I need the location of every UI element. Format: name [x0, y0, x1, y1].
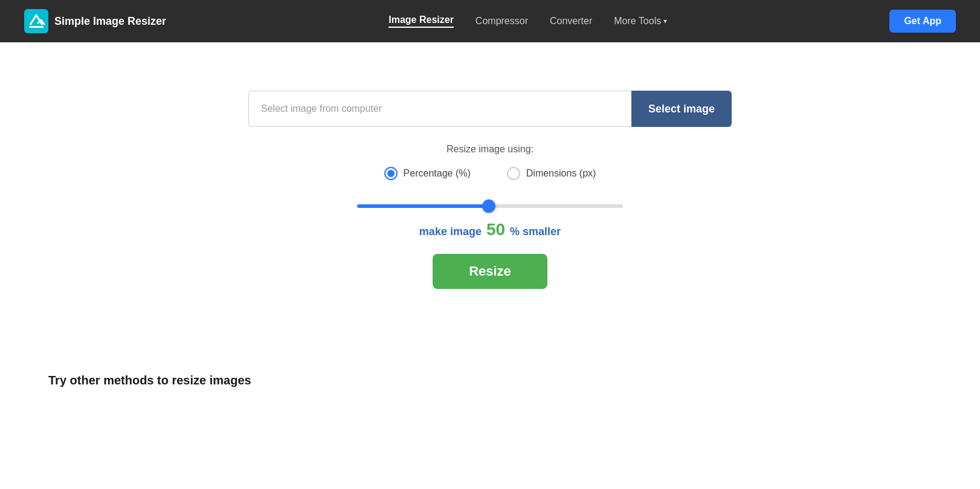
slider-container — [357, 199, 623, 210]
radio-percentage-circle — [384, 167, 398, 180]
smaller-text: % smaller — [510, 225, 561, 238]
nav-more-tools[interactable]: More Tools ▾ — [614, 16, 667, 27]
radio-percentage[interactable]: Percentage (%) — [384, 167, 471, 180]
logo-text: Simple Image Resizer — [54, 15, 166, 28]
resize-label: Resize image using: — [446, 144, 534, 155]
radio-dimensions[interactable]: Dimensions (px) — [507, 167, 596, 180]
radio-row: Percentage (%) Dimensions (px) — [384, 167, 596, 180]
logo-area[interactable]: Simple Image Resizer — [24, 9, 166, 33]
file-select-row: Select image from computer Select image — [248, 91, 732, 127]
logo-icon — [24, 9, 48, 33]
radio-dimensions-label: Dimensions (px) — [526, 168, 596, 179]
resize-button[interactable]: Resize — [433, 254, 547, 289]
chevron-down-icon: ▾ — [663, 17, 667, 25]
percentage-display: make image 50 % smaller — [419, 220, 561, 239]
nav-converter[interactable]: Converter — [550, 16, 592, 27]
file-input-placeholder: Select image from computer — [261, 103, 382, 114]
nav-image-resizer[interactable]: Image Resizer — [388, 15, 454, 28]
svg-rect-1 — [29, 26, 44, 28]
main-nav: Image Resizer Compressor Converter More … — [388, 15, 667, 28]
file-input-box[interactable]: Select image from computer — [248, 91, 631, 127]
svg-rect-0 — [24, 9, 48, 33]
bottom-section: Try other methods to resize images — [0, 374, 980, 387]
more-tools-label: More Tools — [614, 16, 661, 27]
slider-number: 50 — [486, 220, 505, 239]
make-image-text: make image — [419, 225, 482, 238]
select-image-button[interactable]: Select image — [631, 91, 732, 127]
resize-slider[interactable] — [357, 204, 623, 208]
nav-compressor[interactable]: Compressor — [475, 16, 528, 27]
get-app-button[interactable]: Get App — [889, 10, 956, 33]
radio-dimensions-circle — [507, 167, 520, 180]
try-other-title: Try other methods to resize images — [48, 374, 932, 387]
radio-percentage-label: Percentage (%) — [404, 168, 471, 179]
